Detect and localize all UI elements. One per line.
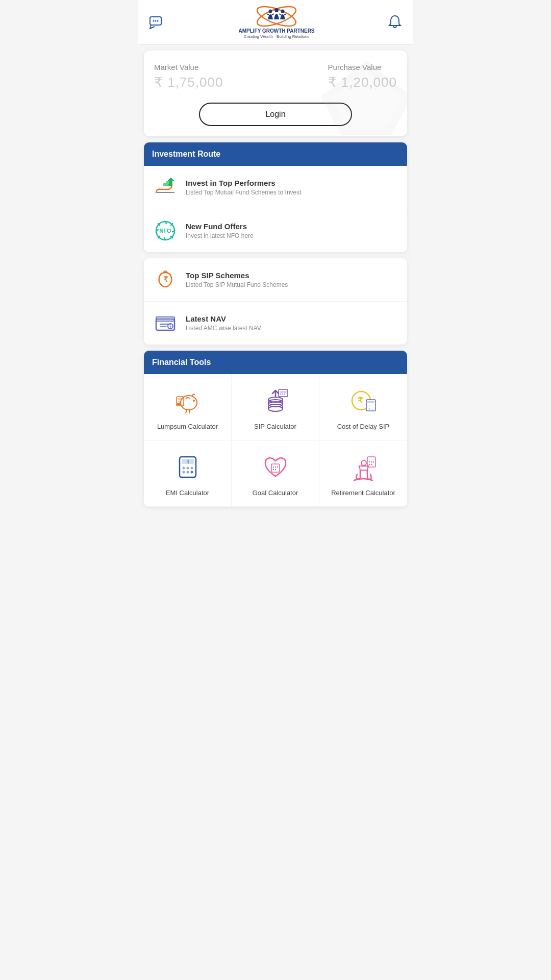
svg-point-31 (178, 401, 179, 402)
svg-point-33 (178, 403, 179, 404)
market-value-block: Market Value ₹ 1,75,000 (154, 63, 223, 90)
chat-button[interactable] (146, 11, 168, 33)
emi-calculator-icon: ₹ (172, 452, 203, 482)
nav-icon: ₹ (152, 310, 179, 336)
svg-point-69 (371, 461, 372, 462)
latest-nav-title: Latest NAV (186, 314, 261, 323)
top-performers-text: Invest in Top Performers Listed Top Mutu… (186, 179, 302, 196)
top-sip-text: Top SIP Schemes Listed Top SIP Mutual Fu… (186, 271, 288, 288)
app-header: AMPLIFY GROWTH PARTNERS Creating Wealth … (138, 0, 413, 44)
brand-logo-svg (254, 5, 299, 28)
cost-of-delay-icon-wrap: ₹ + - × ÷ (347, 384, 380, 417)
svg-rect-38 (279, 389, 288, 397)
svg-point-65 (274, 469, 276, 470)
financial-tools-title: Financial Tools (152, 358, 211, 366)
svg-point-6 (268, 10, 272, 13)
sip-schemes-icon: ₹ (152, 266, 179, 293)
goal-calculator-icon (260, 452, 291, 482)
svg-text:₹: ₹ (358, 396, 363, 405)
lumpsum-calculator-icon (172, 385, 203, 416)
svg-rect-46 (367, 401, 374, 403)
sip-calculator-label: SIP Calculator (254, 422, 296, 431)
brand-name: AMPLIFY GROWTH PARTNERS (238, 28, 314, 34)
sip-schemes-icon-wrap: ₹ (152, 266, 179, 293)
goal-icon-wrap (259, 451, 292, 483)
svg-point-70 (373, 461, 374, 462)
svg-point-61 (272, 467, 273, 468)
svg-point-28 (193, 400, 195, 402)
nfo-subtitle: Invest in latest NFO here (186, 232, 254, 239)
sip-calc-icon-wrap (259, 384, 292, 417)
svg-point-3 (157, 20, 159, 22)
svg-point-8 (281, 10, 284, 13)
svg-point-7 (274, 8, 279, 12)
svg-point-68 (369, 461, 370, 462)
latest-nav-item[interactable]: ₹ Latest NAV Listed AMC wise latest NAV (144, 302, 407, 345)
svg-point-66 (361, 460, 366, 465)
svg-point-41 (282, 394, 283, 395)
nfo-text: New Fund Offers Invest in latest NFO her… (186, 222, 254, 239)
nfo-icon: NFO (152, 217, 179, 244)
cost-of-delay-label: Cost of Delay SIP (337, 422, 390, 431)
retirement-calculator-tool[interactable]: Retirement Calculator (319, 440, 407, 507)
other-routes-card: ₹ Top SIP Schemes Listed Top SIP Mutual … (144, 258, 407, 345)
svg-point-54 (182, 467, 185, 470)
sip-calculator-icon (260, 385, 291, 416)
lumpsum-calculator-tool[interactable]: Lumpsum Calculator (144, 374, 232, 440)
svg-point-63 (277, 467, 278, 468)
svg-point-57 (182, 471, 185, 474)
svg-text:×: × (368, 407, 370, 410)
svg-point-55 (186, 467, 189, 470)
svg-point-1 (153, 20, 155, 22)
svg-rect-15 (166, 181, 169, 186)
svg-rect-30 (178, 398, 183, 400)
svg-point-2 (155, 20, 157, 22)
svg-point-72 (371, 464, 372, 465)
market-value-label: Market Value (154, 63, 223, 71)
goal-calculator-tool[interactable]: Goal Calculator (232, 440, 319, 507)
emi-calculator-label: EMI Calculator (166, 488, 209, 498)
top-performers-icon-wrap (152, 174, 179, 201)
financial-tools-card: Financial Tools (144, 351, 407, 507)
bell-icon (387, 14, 403, 30)
sip-calculator-tool[interactable]: SIP Calculator (232, 374, 319, 440)
svg-text:₹: ₹ (163, 275, 168, 283)
latest-nav-text: Latest NAV Listed AMC wise latest NAV (186, 314, 261, 332)
svg-marker-14 (331, 71, 402, 127)
market-value-card: Market Value ₹ 1,75,000 Purchase Value ₹… (144, 51, 407, 136)
svg-point-32 (180, 401, 181, 402)
svg-point-58 (186, 471, 189, 474)
notification-button[interactable] (385, 12, 405, 32)
goal-calculator-label: Goal Calculator (253, 488, 298, 498)
svg-point-56 (190, 467, 193, 470)
card-background-decoration (315, 56, 407, 136)
brand-logo-area: AMPLIFY GROWTH PARTNERS Creating Wealth … (238, 5, 314, 39)
nfo-item[interactable]: NFO New Fund Offers Invest in latest NFO… (144, 209, 407, 252)
svg-point-59 (190, 471, 193, 474)
top-sip-subtitle: Listed Top SIP Mutual Fund Schemes (186, 281, 288, 288)
cost-of-delay-icon: ₹ + - × ÷ (348, 385, 379, 416)
market-value-amount: ₹ 1,75,000 (154, 75, 223, 90)
investment-route-card: Investment Route Invest in Top Performer… (144, 142, 407, 252)
svg-point-71 (369, 464, 370, 465)
financial-tools-grid: Lumpsum Calculator (144, 374, 407, 507)
invest-top-performers-item[interactable]: Invest in Top Performers Listed Top Mutu… (144, 166, 407, 209)
emi-calculator-tool[interactable]: ₹ EMI Calculator (144, 440, 232, 507)
retirement-calculator-icon (348, 452, 379, 482)
lumpsum-calculator-label: Lumpsum Calculator (157, 422, 218, 431)
nfo-icon-wrap: NFO (152, 217, 179, 244)
financial-tools-header: Financial Tools (144, 351, 407, 374)
top-performers-icon (152, 174, 179, 201)
svg-point-64 (272, 469, 273, 470)
investment-route-header: Investment Route (144, 142, 407, 166)
top-sip-schemes-item[interactable]: ₹ Top SIP Schemes Listed Top SIP Mutual … (144, 258, 407, 302)
svg-point-42 (284, 394, 285, 395)
svg-rect-16 (163, 183, 166, 186)
svg-text:₹: ₹ (186, 460, 189, 464)
svg-rect-17 (169, 179, 172, 186)
nav-icon-wrap: ₹ (152, 310, 179, 336)
top-sip-title: Top SIP Schemes (186, 271, 288, 280)
cost-of-delay-tool[interactable]: ₹ + - × ÷ Cost of Delay SIP (319, 374, 407, 440)
svg-point-34 (180, 403, 181, 404)
lumpsum-icon-wrap (171, 384, 204, 417)
